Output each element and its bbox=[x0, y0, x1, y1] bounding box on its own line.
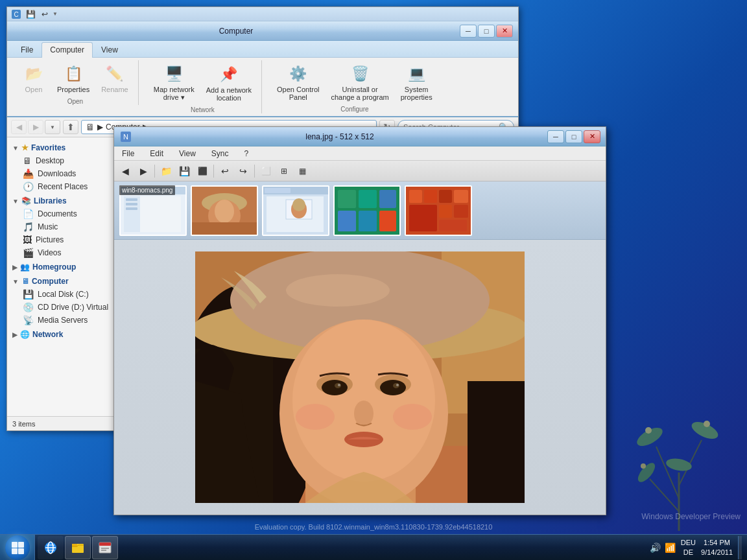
language-indicator[interactable]: DEU DE bbox=[681, 538, 696, 557]
computer-header[interactable]: ▼ 🖥 Computer bbox=[7, 275, 117, 288]
viewer-controls: ─ □ ✕ bbox=[547, 130, 600, 143]
open-label: Open bbox=[25, 86, 43, 93]
svg-rect-48 bbox=[439, 205, 452, 218]
thumbnail-5[interactable] bbox=[405, 185, 472, 236]
close-button[interactable]: ✕ bbox=[496, 25, 513, 38]
svg-rect-78 bbox=[18, 548, 24, 554]
svg-point-74 bbox=[393, 404, 432, 430]
network-header[interactable]: ▶ 🌐 Network bbox=[7, 328, 117, 341]
libraries-label: Libraries bbox=[34, 196, 67, 205]
clock-date: 9/14/2011 bbox=[701, 548, 733, 557]
thumbnails-button[interactable]: ⊞ bbox=[276, 163, 292, 179]
svg-point-8 bbox=[645, 427, 652, 434]
taskbar-right: 🔊 📶 DEU DE 1:54 PM 9/14/2011 bbox=[645, 536, 747, 559]
forward-button[interactable]: ▶ bbox=[28, 120, 43, 134]
thumbnail-3[interactable] bbox=[262, 185, 329, 236]
svg-rect-76 bbox=[18, 542, 24, 548]
back-button[interactable]: ◀ bbox=[11, 120, 27, 134]
menu-sync[interactable]: Sync bbox=[209, 148, 231, 159]
sidebar-item-media-servers[interactable]: 📡 Media Servers bbox=[7, 314, 117, 327]
thumbnail-4[interactable] bbox=[333, 185, 401, 236]
svg-rect-45 bbox=[439, 190, 452, 203]
open-file-button[interactable]: 📁 bbox=[158, 163, 174, 179]
open-group-buttons: 📂 Open 📋 Properties ✏️ Rename bbox=[18, 60, 133, 97]
maximize-button[interactable]: □ bbox=[478, 25, 495, 38]
qat-undo[interactable]: ↩ bbox=[38, 8, 51, 20]
sidebar-item-recent[interactable]: 🕐 Recent Places bbox=[7, 180, 117, 193]
viewer-close-button[interactable]: ✕ bbox=[584, 130, 600, 143]
tab-file[interactable]: File bbox=[12, 42, 42, 57]
taskbar-clock[interactable]: 1:54 PM 9/14/2011 bbox=[701, 538, 733, 557]
svg-rect-20 bbox=[126, 198, 137, 201]
libraries-section: ▼ 📚 Libraries 📄 Documents 🎵 Music 🖼 bbox=[7, 194, 117, 259]
sidebar-item-local-disk[interactable]: 💾 Local Disk (C:) bbox=[7, 288, 117, 301]
rotate-cw-button[interactable]: ↪ bbox=[235, 163, 252, 179]
computer-section: ▼ 🖥 Computer 💾 Local Disk (C:) 💿 CD Driv… bbox=[7, 275, 117, 327]
sidebar-item-videos[interactable]: 🎬 Videos bbox=[7, 246, 117, 259]
viewer-minimize-button[interactable]: ─ bbox=[547, 130, 564, 143]
menu-file[interactable]: File bbox=[119, 148, 137, 159]
taskbar-ie[interactable] bbox=[38, 536, 64, 559]
fullscreen-button[interactable]: ⬜ bbox=[257, 163, 274, 179]
minimize-button[interactable]: ─ bbox=[460, 25, 477, 38]
map-drive-button[interactable]: 🖥️ Map networkdrive ▾ bbox=[149, 60, 199, 105]
svg-rect-41 bbox=[379, 211, 396, 231]
sidebar-item-pictures[interactable]: 🖼 Pictures bbox=[7, 233, 117, 246]
cd-drive-label: CD Drive (D:) Virtual bbox=[38, 303, 108, 312]
add-location-button[interactable]: 📌 Add a networklocation bbox=[202, 61, 256, 105]
qat-dropdown[interactable]: ▼ bbox=[53, 11, 58, 17]
taskbar-app3[interactable] bbox=[92, 536, 118, 559]
rename-button[interactable]: ✏️ Rename bbox=[97, 60, 133, 97]
show-desktop-button[interactable] bbox=[738, 536, 742, 559]
downloads-icon: 📥 bbox=[23, 169, 34, 179]
network-expand-icon: ▶ bbox=[12, 331, 18, 338]
rename-label: Rename bbox=[101, 86, 128, 93]
sidebar-item-music[interactable]: 🎵 Music bbox=[7, 220, 117, 233]
tab-view[interactable]: View bbox=[93, 42, 126, 57]
sidebar-item-downloads[interactable]: 📥 Downloads bbox=[7, 167, 117, 180]
thumbnail-wrapper-1: win8-nomacs.png bbox=[119, 185, 187, 236]
filmstrip-button[interactable]: ▦ bbox=[294, 163, 311, 179]
system-properties-button[interactable]: 💻 Systemproperties bbox=[396, 60, 437, 104]
properties-button[interactable]: 📋 Properties bbox=[53, 60, 94, 97]
open-button[interactable]: 📂 Open bbox=[18, 60, 50, 97]
homegroup-header[interactable]: ▶ 👥 Homegroup bbox=[7, 261, 117, 274]
qat-save[interactable]: 💾 bbox=[24, 8, 37, 20]
documents-icon: 📄 bbox=[23, 209, 34, 219]
favorites-header[interactable]: ▼ ★ Favorites bbox=[7, 141, 117, 154]
up-button[interactable]: ⬆ bbox=[63, 120, 78, 134]
svg-rect-49 bbox=[454, 205, 468, 218]
menu-help[interactable]: ? bbox=[242, 148, 252, 159]
svg-point-4 bbox=[637, 424, 665, 449]
taskbar-explorer[interactable] bbox=[65, 536, 91, 559]
lang-text: DEU bbox=[681, 538, 696, 547]
svg-text:N: N bbox=[123, 133, 128, 141]
start-button[interactable] bbox=[0, 535, 35, 561]
sidebar-item-documents[interactable]: 📄 Documents bbox=[7, 207, 117, 220]
svg-point-73 bbox=[296, 404, 335, 430]
save-file-button[interactable]: 💾 bbox=[176, 163, 193, 179]
svg-rect-75 bbox=[12, 542, 18, 548]
sidebar-item-desktop[interactable]: 🖥 Desktop bbox=[7, 154, 117, 167]
control-panel-button[interactable]: ⚙️ Open ControlPanel bbox=[272, 60, 324, 104]
viewer-maximize-button[interactable]: □ bbox=[565, 130, 582, 143]
thumbnail-2[interactable] bbox=[191, 185, 258, 236]
tab-computer[interactable]: Computer bbox=[42, 42, 93, 58]
ribbon-group-network: 🖥️ Map networkdrive ▾ 📌 Add a networkloc… bbox=[144, 60, 262, 113]
dropdown-button[interactable]: ▼ bbox=[45, 120, 60, 134]
videos-label: Videos bbox=[38, 248, 61, 257]
pictures-label: Pictures bbox=[36, 235, 64, 244]
network-status-icon[interactable]: 📶 bbox=[665, 542, 676, 553]
homegroup-section: ▶ 👥 Homegroup bbox=[7, 261, 117, 274]
volume-icon[interactable]: 🔊 bbox=[650, 542, 661, 553]
uninstall-button[interactable]: 🗑️ Uninstall orchange a program bbox=[326, 60, 393, 104]
menu-view[interactable]: View bbox=[176, 148, 198, 159]
system-properties-label: Systemproperties bbox=[401, 86, 433, 101]
prev-button[interactable]: ◀ bbox=[117, 163, 134, 179]
menu-edit[interactable]: Edit bbox=[147, 148, 166, 159]
fit-button[interactable]: ⬛ bbox=[194, 163, 211, 179]
rotate-ccw-button[interactable]: ↩ bbox=[217, 163, 233, 179]
libraries-header[interactable]: ▼ 📚 Libraries bbox=[7, 194, 117, 207]
sidebar-item-cd-drive[interactable]: 💿 CD Drive (D:) Virtual bbox=[7, 301, 117, 314]
next-button[interactable]: ▶ bbox=[135, 163, 152, 179]
